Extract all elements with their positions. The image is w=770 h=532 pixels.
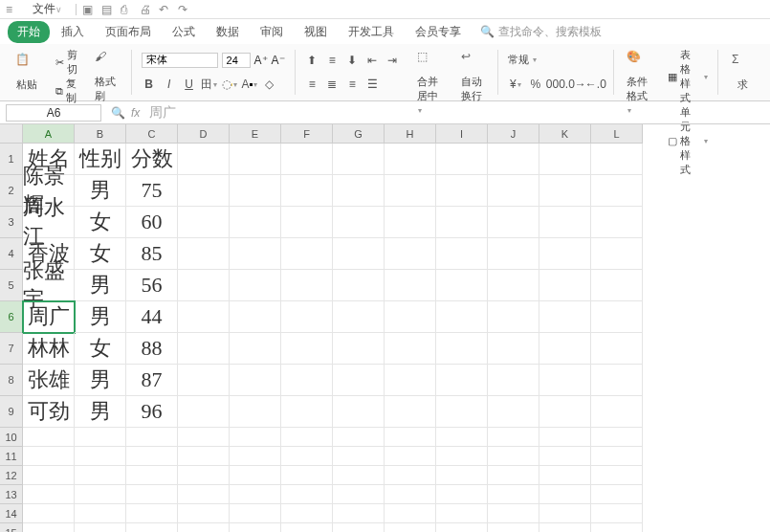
align-bottom-icon[interactable]: ⬇ <box>344 53 360 68</box>
cell-J12[interactable] <box>488 466 539 485</box>
cell-H15[interactable] <box>385 523 436 532</box>
cell-L5[interactable] <box>591 270 643 301</box>
cell-B4[interactable]: 女 <box>75 238 126 270</box>
cell-D4[interactable] <box>178 238 230 270</box>
cell-L2[interactable] <box>591 175 643 207</box>
cell-A5[interactable]: 张盛宇 <box>23 270 75 301</box>
cell-E15[interactable] <box>230 523 281 532</box>
cell-J4[interactable] <box>488 238 539 270</box>
cell-G4[interactable] <box>333 238 385 270</box>
decrease-decimal-icon[interactable]: ←.0 <box>588 77 604 92</box>
print-icon[interactable]: ⎙ <box>121 3 134 16</box>
cell-E1[interactable] <box>230 144 281 175</box>
cell-C7[interactable]: 88 <box>126 333 178 365</box>
col-header-E[interactable]: E <box>230 124 281 144</box>
cell-I8[interactable] <box>436 365 488 396</box>
row-header-8[interactable]: 8 <box>0 365 23 396</box>
cell-J8[interactable] <box>488 365 539 396</box>
cell-I15[interactable] <box>436 523 488 532</box>
cell-L15[interactable] <box>591 523 643 532</box>
cell-D5[interactable] <box>178 270 230 301</box>
cell-K13[interactable] <box>539 485 591 504</box>
cell-E14[interactable] <box>230 504 281 523</box>
col-header-I[interactable]: I <box>436 124 488 144</box>
cell-A6[interactable]: 周广 <box>23 301 75 333</box>
cell-D1[interactable] <box>178 144 230 175</box>
search-box[interactable]: 🔍 查找命令、搜索模板 <box>480 24 602 40</box>
cell-F14[interactable] <box>281 504 333 523</box>
cell-J10[interactable] <box>488 428 539 447</box>
copy-button[interactable]: ⧉复制 <box>55 77 77 105</box>
cell-K15[interactable] <box>539 523 591 532</box>
cell-H2[interactable] <box>385 175 436 207</box>
cell-E10[interactable] <box>230 428 281 447</box>
row-header-12[interactable]: 12 <box>0 466 23 485</box>
row-header-15[interactable]: 15 <box>0 523 23 532</box>
col-header-J[interactable]: J <box>488 124 539 144</box>
cell-G13[interactable] <box>333 485 385 504</box>
undo-icon[interactable]: ↶ <box>159 3 172 16</box>
cell-C5[interactable]: 56 <box>126 270 178 301</box>
cell-L6[interactable] <box>591 301 643 333</box>
redo-icon[interactable]: ↷ <box>178 3 191 16</box>
cell-F7[interactable] <box>281 333 333 365</box>
cell-A9[interactable]: 可劲 <box>23 396 75 428</box>
cell-A3[interactable]: 周水江 <box>23 207 75 238</box>
cell-G6[interactable] <box>333 301 385 333</box>
cell-G14[interactable] <box>333 504 385 523</box>
cell-C3[interactable]: 60 <box>126 207 178 238</box>
cell-D14[interactable] <box>178 504 230 523</box>
cell-F9[interactable] <box>281 396 333 428</box>
cell-J3[interactable] <box>488 207 539 238</box>
tab-insert[interactable]: 插入 <box>52 21 94 43</box>
cell-G11[interactable] <box>333 447 385 466</box>
cell-I2[interactable] <box>436 175 488 207</box>
cell-H6[interactable] <box>385 301 436 333</box>
cell-I10[interactable] <box>436 428 488 447</box>
justify-icon[interactable]: ☰ <box>364 77 380 92</box>
currency-icon[interactable]: ¥▾ <box>508 77 523 92</box>
cell-F13[interactable] <box>281 485 333 504</box>
cell-I5[interactable] <box>436 270 488 301</box>
cell-H8[interactable] <box>385 365 436 396</box>
cell-E12[interactable] <box>230 466 281 485</box>
formula-input[interactable]: 周广 <box>149 104 176 122</box>
row-header-14[interactable]: 14 <box>0 504 23 523</box>
cell-K4[interactable] <box>539 238 591 270</box>
cell-A13[interactable] <box>23 485 75 504</box>
number-format-select[interactable]: 常规▾ <box>508 53 604 67</box>
cell-H12[interactable] <box>385 466 436 485</box>
col-header-L[interactable]: L <box>591 124 643 144</box>
percent-icon[interactable]: % <box>528 77 543 92</box>
cell-I12[interactable] <box>436 466 488 485</box>
cell-E9[interactable] <box>230 396 281 428</box>
cell-G9[interactable] <box>333 396 385 428</box>
conditional-format-button[interactable]: 🎨 条件格式▾ <box>623 48 653 117</box>
cell-G1[interactable] <box>333 144 385 175</box>
clear-format-button[interactable]: ◇ <box>262 77 277 92</box>
table-style-button[interactable]: ▦表格样式▾ <box>668 48 709 105</box>
align-left-icon[interactable]: ≡ <box>304 77 319 92</box>
cell-J13[interactable] <box>488 485 539 504</box>
cell-H9[interactable] <box>385 396 436 428</box>
cell-F1[interactable] <box>281 144 333 175</box>
cell-G12[interactable] <box>333 466 385 485</box>
cell-K2[interactable] <box>539 175 591 207</box>
cell-D7[interactable] <box>178 333 230 365</box>
cell-I6[interactable] <box>436 301 488 333</box>
cell-C6[interactable]: 44 <box>126 301 178 333</box>
cut-button[interactable]: ✂剪切 <box>55 48 77 77</box>
cell-G8[interactable] <box>333 365 385 396</box>
cell-A12[interactable] <box>23 466 75 485</box>
cell-F8[interactable] <box>281 365 333 396</box>
cell-I1[interactable] <box>436 144 488 175</box>
cell-F11[interactable] <box>281 447 333 466</box>
fill-color-button[interactable]: ◌▾ <box>222 77 237 92</box>
col-header-K[interactable]: K <box>539 124 591 144</box>
comma-icon[interactable]: 000 <box>548 77 563 92</box>
cell-C14[interactable] <box>126 504 178 523</box>
cell-G2[interactable] <box>333 175 385 207</box>
cell-L9[interactable] <box>591 396 643 428</box>
cell-D6[interactable] <box>178 301 230 333</box>
file-menu[interactable]: 文件∨ <box>25 0 70 18</box>
